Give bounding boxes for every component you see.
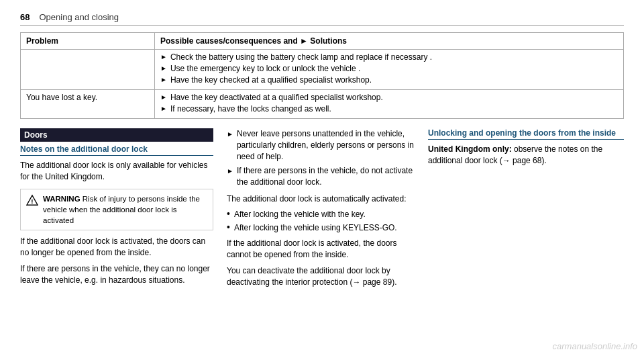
left-column: Doors Notes on the additional door lock … [20,128,221,293]
solution-text: If necessary, have the locks changed as … [170,104,331,114]
bullet-icon: • [227,222,230,232]
list-item-text: After locking the vehicle using KEYLESS-… [234,222,397,234]
solution-text: Use the emergency key to lock or unlock … [170,64,360,73]
table-header-solutions: Possible causes/consequences and ► Solut… [155,33,624,50]
middle-para1: If the additional door lock is activated… [227,238,415,261]
section-header-doors: Doors [20,128,213,142]
solution-item: ► Have the key deactivated at a qualifie… [160,93,618,102]
uk-label: United Kingdom only: [428,144,512,154]
page-header: 68 Opening and closing [20,12,624,26]
table-header-problem: Problem [21,33,155,50]
watermark: carmanualsonline.info [553,341,637,351]
unlocking-header: Unlocking and opening the doors from the… [428,128,624,140]
page-container: 68 Opening and closing Problem Possible … [0,0,644,305]
middle-para2: You can deactivate the additional door l… [227,265,415,289]
notes-header: Notes on the additional door lock [20,144,213,156]
intro-text: The additional door lock is only availab… [20,160,213,183]
arrow-icon: ► [160,64,167,72]
uk-text: United Kingdom only: observe the notes o… [428,144,624,167]
table-cell-problem-1 [21,50,155,90]
middle-column: ► Never leave persons unattended in the … [221,128,423,293]
list-item: • After locking the vehicle using KEYLES… [227,222,415,234]
list-item: ► If there are persons in the vehicle, d… [227,165,415,188]
arrow-icon: ► [160,105,167,112]
auto-text: The additional door lock is automaticall… [227,193,415,205]
warning-box: ! WARNING Risk of injury to persons insi… [20,189,213,230]
list-item-text: After locking the vehicle with the key. [234,209,366,220]
bullet-list: • After locking the vehicle with the key… [227,209,415,234]
table-row: ► Check the battery using the battery ch… [21,50,624,90]
page-title: Opening and closing [39,12,119,22]
solution-item: ► Check the battery using the battery ch… [160,52,618,62]
para2: If there are persons in the vehicle, the… [20,263,213,287]
warning-text: WARNING Risk of injury to persons inside… [43,193,207,226]
list-item: • After locking the vehicle with the key… [227,209,415,220]
list-item: ► Never leave persons unattended in the … [227,128,415,162]
arrow-icon: ► [160,76,167,83]
arrow-list: ► Never leave persons unattended in the … [227,128,415,188]
list-item-text: If there are persons in the vehicle, do … [237,165,415,188]
page-number: 68 [20,12,30,22]
arrow-icon: ► [227,130,233,139]
problem-solution-table: Problem Possible causes/consequences and… [20,32,624,119]
table-cell-solutions-2: ► Have the key deactivated at a qualifie… [155,90,624,119]
bullet-icon: • [227,209,230,218]
arrow-icon: ► [160,53,167,60]
arrow-icon: ► [160,93,167,101]
solution-item: ► If necessary, have the locks changed a… [160,104,618,114]
solution-item: ► Have the key checked at a qualified sp… [160,75,618,85]
content-area: Doors Notes on the additional door lock … [20,128,624,293]
solution-item: ► Use the emergency key to lock or unloc… [160,64,618,73]
table-cell-solutions-1: ► Check the battery using the battery ch… [155,50,624,90]
solution-text: Have the key deactivated at a qualified … [170,93,383,102]
table-cell-problem-2: You have lost a key. [21,90,155,119]
solution-text: Check the battery using the battery chec… [170,52,432,62]
warning-triangle-icon: ! [26,194,38,206]
right-column: Unlocking and opening the doors from the… [423,128,624,293]
para1: If the additional door lock is activated… [20,236,213,259]
svg-text:!: ! [31,197,33,205]
solution-text: Have the key checked at a qualified spec… [170,75,372,85]
arrow-icon: ► [227,167,233,176]
list-item-text: Never leave persons unattended in the ve… [237,128,415,162]
table-row: You have lost a key. ► Have the key deac… [21,90,624,119]
